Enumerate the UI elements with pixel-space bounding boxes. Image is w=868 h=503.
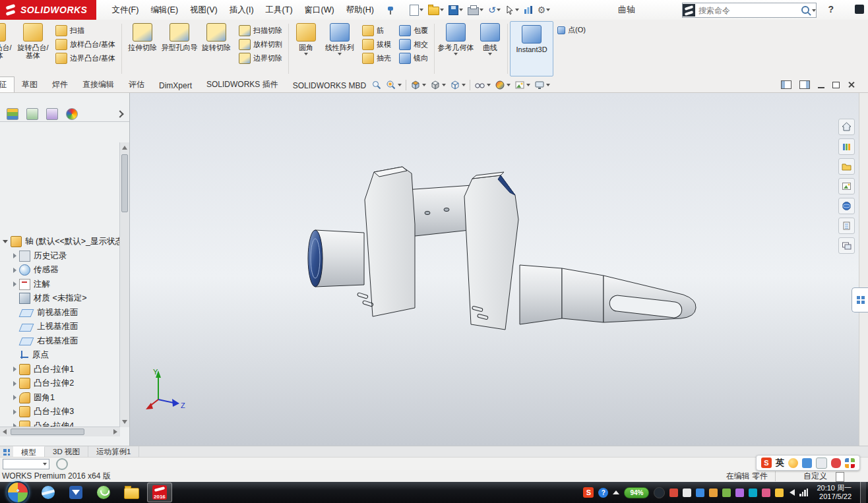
instant3d-button[interactable]: Instant3D [511,22,553,53]
apply-scene-button[interactable] [512,79,532,91]
custom-properties-button[interactable] [838,218,855,234]
lofted-boss-button[interactable]: 放样凸台/基体 [55,39,115,50]
expander-icon[interactable] [13,281,16,287]
linear-pattern-button[interactable]: 线性阵列 [321,20,358,78]
design-library-button[interactable] [838,138,855,155]
options-button[interactable]: ⚙ [536,2,552,18]
fillet-button[interactable]: 圆角 [291,20,321,78]
view-palette-button[interactable] [838,178,855,194]
tree-item-sensors[interactable]: 传感器 [0,263,120,278]
new-document-button[interactable] [408,2,425,18]
tree-item-boss-extrude1[interactable]: 凸台-拉伸1 [0,363,120,377]
menu-edit[interactable]: 编辑(E) [144,0,184,20]
mail-taskbar-button[interactable] [64,483,88,502]
section-view-button[interactable] [408,79,428,91]
tab-dimxpert[interactable]: DimXpert [152,79,199,92]
start-button[interactable] [7,481,29,503]
tree-item-front-plane[interactable]: 前视基准面 [0,306,120,320]
lofted-cut-button[interactable]: 放样切割 [239,39,282,50]
tree-horizontal-scrollbar[interactable] [0,427,120,436]
wrap-button[interactable]: 包覆 [399,25,428,36]
expander-icon[interactable] [13,409,16,415]
evaluate-button[interactable] [522,2,534,18]
draft-button[interactable]: 拔模 [362,39,391,50]
emoji-icon[interactable] [788,458,798,468]
boundary-boss-button[interactable]: 边界凸台/基体 [55,53,115,64]
sogou-tray-icon[interactable]: S [583,487,594,498]
feature-tree-tab-icon[interactable] [7,108,18,120]
tray-app-icon[interactable] [762,488,770,497]
point-button[interactable]: 点(O) [557,25,586,35]
display-style-button[interactable] [448,79,468,91]
tree-item-boss-extrude2[interactable]: 凸台-拉伸2 [0,376,120,391]
scrollbar-thumb[interactable] [121,154,128,212]
taskbar-clock[interactable]: 20:10 周一 2017/5/22 [817,484,852,501]
menu-insert[interactable]: 插入(I) [224,0,260,20]
tab-motion-study[interactable]: 运动算例1 [88,446,139,458]
extruded-boss-button[interactable]: 拉伸凸台/基体 [0,20,15,78]
select-button[interactable] [504,2,520,18]
tab-solidworks-mbd[interactable]: SOLIDWORKS MBD [286,79,373,92]
solidworks-taskbar-button[interactable]: 2016 [147,483,172,502]
view-settings-button[interactable] [532,79,552,91]
tray-app-icon[interactable] [696,488,704,497]
edit-appearance-button[interactable] [493,79,512,91]
tree-item-material[interactable]: 材质 <未指定> [0,291,120,306]
appearances-button[interactable] [838,198,855,214]
show-desktop-button[interactable] [860,482,866,503]
rib-button[interactable]: 筋 [362,25,391,36]
battery-indicator[interactable]: 94% [624,487,649,498]
tab-3d-views[interactable]: 3D 视图 [45,446,88,458]
dock-pane-left-icon[interactable] [781,80,791,89]
tab-solidworks-addins[interactable]: SOLIDWORKS 插件 [199,77,286,92]
menu-help[interactable]: 帮助(H) [340,0,380,20]
study-type-dropdown[interactable] [3,459,49,469]
zoom-fit-button[interactable] [369,79,384,91]
tree-item-boss-extrude3[interactable]: 凸台-拉伸3 [0,405,120,419]
browser-taskbar-button[interactable] [92,483,115,502]
tree-item-right-plane[interactable]: 右视基准面 [0,334,120,349]
restore-window-icon[interactable] [832,82,840,88]
shell-button[interactable]: 抽壳 [362,53,391,64]
tab-evaluate[interactable]: 评估 [121,77,152,92]
curves-button[interactable]: 曲线 [475,20,505,78]
crankshaft-model[interactable]: Y Z [129,92,859,446]
tab-sketch[interactable]: 草图 [15,77,45,92]
pin-menu-icon[interactable] [387,6,395,15]
expander-icon[interactable] [3,240,8,243]
tree-vertical-scrollbar[interactable] [119,142,129,427]
tray-app-icon[interactable] [749,488,757,497]
display-manager-tab-icon[interactable] [66,108,78,120]
expander-icon[interactable] [13,268,16,273]
undo-button[interactable]: ↺ [487,2,502,18]
revolved-cut-button[interactable]: 旋转切除 [198,20,235,78]
scroll-left-icon[interactable] [3,429,7,434]
status-sheet-icon[interactable] [836,472,844,482]
tree-item-fillet1[interactable]: 圆角1 [0,391,120,405]
key-point-icon[interactable] [56,458,68,470]
customize-status[interactable]: 自定义 [803,471,827,482]
tray-app-icon[interactable] [735,488,744,497]
expander-icon[interactable] [13,253,16,258]
panel-expand-icon[interactable] [116,110,123,117]
expander-icon[interactable] [13,367,16,372]
tray-app-icon[interactable] [669,488,678,497]
graphics-area[interactable]: Y Z [129,92,859,446]
tree-root-item[interactable]: 轴 (默认<<默认>_显示状态 1> [0,235,120,249]
extruded-cut-button[interactable]: 拉伸切除 [124,20,161,78]
volume-icon[interactable] [790,489,795,496]
tray-app-icon[interactable] [775,488,784,497]
open-document-button[interactable] [427,2,445,18]
reference-flyout-tab[interactable] [852,287,868,312]
tab-model[interactable]: 模型 [13,446,45,458]
home-button[interactable] [838,119,855,135]
tree-item-origin[interactable]: 原点 [0,348,120,363]
help-button[interactable]: ? [828,4,834,15]
revolved-boss-button[interactable]: 旋转凸台/基体 [15,20,51,78]
tree-item-history[interactable]: 历史记录 [0,249,120,264]
file-explorer-button[interactable] [838,158,855,175]
swept-boss-button[interactable]: 扫描 [55,25,115,36]
boundary-cut-button[interactable]: 边界切除 [239,53,282,64]
keyboard-icon[interactable] [816,458,827,469]
mic-icon[interactable] [831,458,841,468]
